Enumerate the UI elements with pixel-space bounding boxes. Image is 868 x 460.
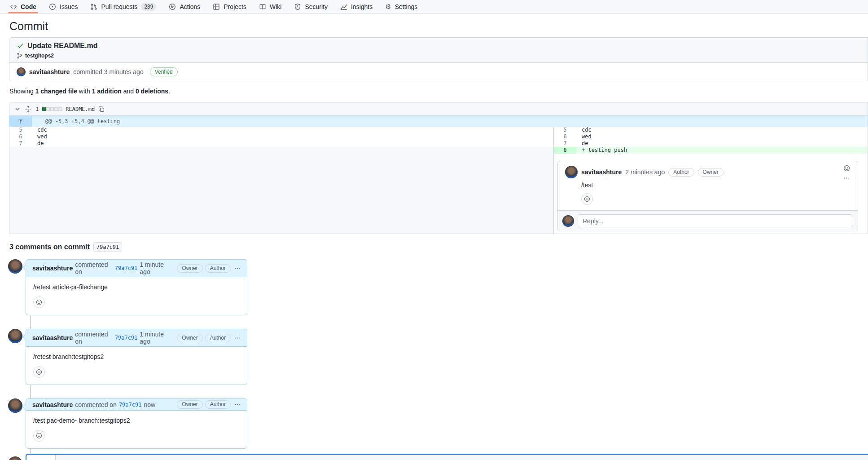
diff-line: 7 de <box>554 140 868 147</box>
commit-author[interactable]: savitaashture <box>29 68 70 75</box>
comment-options-button[interactable] <box>842 175 851 181</box>
reply-input[interactable] <box>578 214 853 227</box>
comment-options-button[interactable] <box>233 335 242 341</box>
inline-comment-author[interactable]: savitaashture <box>581 168 622 176</box>
composer-tabs: Write Preview <box>26 455 868 460</box>
avatar[interactable] <box>17 67 26 76</box>
comment-time: 1 minute ago <box>140 331 172 345</box>
inline-comment-thread: savitaashture 2 minutes ago Author Owner <box>557 161 858 231</box>
diff-line: 5 cdc <box>9 127 553 133</box>
inline-reply-row <box>558 210 858 231</box>
expand-up-icon <box>18 118 24 124</box>
diff-file-box: 1 README.md @@ -5,3 +5,4 @@ testing 5 cd… <box>9 102 868 234</box>
avatar[interactable] <box>8 259 22 274</box>
nav-label-settings: Settings <box>395 4 418 10</box>
author-badge: Author <box>205 400 231 409</box>
comment-time: 1 minute ago <box>140 261 172 275</box>
avatar[interactable] <box>565 166 578 178</box>
avatar[interactable] <box>562 215 574 227</box>
reaction-button[interactable] <box>33 430 45 442</box>
commit-header-box: Update README.md testgitops2 savitaashtu… <box>9 37 868 81</box>
commit-sha-link[interactable]: 79a7c91 <box>115 335 138 341</box>
comment-options-button[interactable] <box>233 265 242 272</box>
pull-request-icon <box>90 3 97 10</box>
composer-box: Write Preview <box>26 454 868 460</box>
comment-options-button[interactable] <box>233 401 242 408</box>
line-number: 6 <box>554 133 576 140</box>
nav-label-code: Code <box>21 4 36 10</box>
diff-summary: Showing 1 changed file with 1 addition a… <box>9 88 868 95</box>
wiki-icon <box>259 3 266 10</box>
nav-tab-code[interactable]: Code <box>5 0 41 13</box>
nav-tab-pull-requests[interactable]: Pull requests 239 <box>86 0 161 13</box>
pull-requests-count-badge: 239 <box>141 3 156 11</box>
nav-tab-security[interactable]: Security <box>289 0 332 13</box>
avatar[interactable] <box>8 398 22 413</box>
insights-icon <box>340 3 347 10</box>
owner-badge: Owner <box>177 400 202 409</box>
commit-branch[interactable]: testgitops2 <box>25 53 54 59</box>
line-content: testing push <box>588 147 627 153</box>
nav-tab-insights[interactable]: Insights <box>336 0 377 13</box>
nav-label-pull-requests: Pull requests <box>101 4 137 10</box>
inline-comment-time: 2 minutes ago <box>625 168 665 176</box>
expand-all-button[interactable] <box>25 106 32 113</box>
line-number: 8 <box>554 147 576 154</box>
commit-sha-chip[interactable]: 79a7c91 <box>93 242 123 252</box>
nav-label-wiki: Wiki <box>270 4 281 10</box>
add-reaction-button[interactable] <box>843 165 850 173</box>
author-badge: Author <box>205 264 231 273</box>
diffstat-count: 1 <box>35 106 39 112</box>
smiley-icon <box>36 369 42 375</box>
diff-panel-new: 5 cdc 6 wed 7 de 8 + testing push s <box>554 127 868 234</box>
addition-sign: + <box>582 147 588 153</box>
kebab-horizontal-icon <box>234 265 241 272</box>
diff-filename[interactable]: README.md <box>66 106 95 112</box>
commit-head: Update README.md testgitops2 <box>9 38 868 63</box>
diff-line: 7 de <box>9 140 553 147</box>
collapse-file-button[interactable] <box>14 106 21 113</box>
smiley-icon <box>584 196 590 202</box>
line-number: 7 <box>9 140 32 147</box>
comment-author[interactable]: savitaashture <box>32 401 73 408</box>
comment-body: /test pac-demo- branch:testgitops2 <box>26 411 247 424</box>
commit-meta: savitaashture committed 3 minutes ago Ve… <box>9 63 868 81</box>
inline-comment-body: /test <box>581 181 850 189</box>
expand-hunk-button[interactable] <box>9 116 32 127</box>
split-diff: 5 cdc 6 wed 7 de 5 cdc 6 wed <box>9 127 868 234</box>
tab-write[interactable]: Write <box>26 455 56 460</box>
smiley-icon <box>36 299 42 305</box>
nav-label-security: Security <box>305 4 328 10</box>
commit-sha-link[interactable]: 79a7c91 <box>115 265 138 271</box>
owner-badge: Owner <box>698 168 723 177</box>
nav-tab-settings[interactable]: ⚙ Settings <box>381 0 422 13</box>
tab-preview[interactable]: Preview <box>56 455 92 460</box>
deletions-count: 0 deletions <box>136 88 168 95</box>
avatar[interactable] <box>8 456 22 460</box>
commit-comment: savitaashture commented on 79a7c91 1 min… <box>8 259 868 315</box>
reaction-button[interactable] <box>581 193 593 205</box>
nav-tab-wiki[interactable]: Wiki <box>254 0 286 13</box>
comment-author[interactable]: savitaashture <box>32 265 73 272</box>
issue-icon <box>49 3 56 10</box>
nav-tab-projects[interactable]: Projects <box>208 0 251 13</box>
diff-panel-old: 5 cdc 6 wed 7 de <box>9 127 554 234</box>
avatar[interactable] <box>8 329 22 343</box>
reaction-button[interactable] <box>33 296 45 308</box>
empty-diff-filler <box>9 147 553 234</box>
reaction-button[interactable] <box>33 366 45 378</box>
kebab-horizontal-icon <box>234 401 241 408</box>
comment-header: savitaashture commented on 79a7c91 now O… <box>26 399 247 411</box>
repo-nav: Code Issues Pull requests 239 Actions Pr… <box>0 0 868 13</box>
nav-tab-actions[interactable]: Actions <box>164 0 205 13</box>
commit-sha-link[interactable]: 79a7c91 <box>119 402 142 408</box>
verified-badge[interactable]: Verified <box>150 67 178 76</box>
line-content: wed <box>32 133 47 140</box>
author-badge: Author <box>205 334 231 342</box>
commit-message: Update README.md <box>27 42 97 50</box>
hunk-header-row: @@ -5,3 +5,4 @@ testing <box>9 116 868 127</box>
line-content: cdc <box>32 127 47 133</box>
nav-tab-issues[interactable]: Issues <box>44 0 82 13</box>
comment-author[interactable]: savitaashture <box>32 334 73 341</box>
copy-path-button[interactable] <box>98 106 105 112</box>
